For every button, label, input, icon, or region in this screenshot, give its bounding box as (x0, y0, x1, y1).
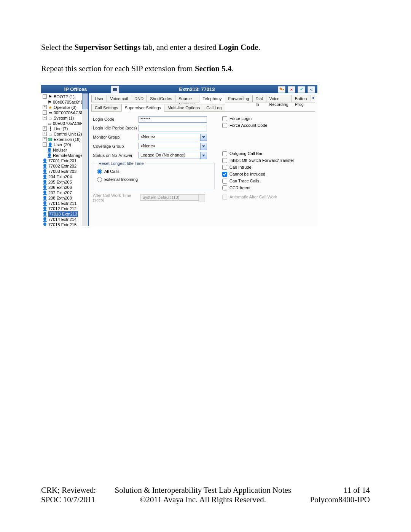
tree-extension[interactable]: Extension (18) (54, 137, 81, 142)
tab-voicemail[interactable]: Voicemail (107, 95, 131, 102)
user-item-icon: 👤 (43, 185, 47, 190)
user-item-icon: 👤 (43, 174, 47, 179)
tree-user-item[interactable]: 77011 Extn211 (48, 201, 76, 206)
chk-can-intrude[interactable]: Can Intrude (222, 165, 314, 170)
bootp-icon: ⚑ (48, 94, 53, 99)
tree-nouser[interactable]: NoUser (53, 147, 67, 153)
tree-operator[interactable]: Operator (3) (54, 105, 76, 110)
idle-label: Login Idle Period (secs) (93, 126, 139, 130)
tree-user-item[interactable]: 77012 Extn212 (48, 206, 76, 211)
tree-user-item[interactable]: 77002 Extn202 (48, 163, 76, 169)
chk-inhibit[interactable]: Inhibit Off-Switch Forward/Transfer (222, 158, 314, 163)
footer-title: Solution & Interoperability Test Lab App… (96, 486, 310, 495)
tree-user-item[interactable]: 205 Extn205 (48, 179, 72, 185)
panel-title-ip-offices: IP Offices (41, 86, 111, 93)
detail-panel: User Voicemail DND ShortCodes Source Num… (89, 86, 317, 226)
tab-source-numbers[interactable]: Source Numbers (175, 95, 199, 102)
system-child-icon: ▭ (47, 121, 52, 126)
svg-rect-1 (113, 89, 117, 90)
tab-forwarding[interactable]: Forwarding (225, 95, 253, 102)
monitor-label: Monitor Group (93, 135, 139, 139)
tab-dnd[interactable]: DND (131, 95, 147, 102)
tree-system[interactable]: System (1) (54, 115, 74, 121)
tree-user-item[interactable]: 77015 Extn215 (48, 222, 76, 226)
tree-user[interactable]: User (20) (54, 142, 71, 147)
after-call-label: After Call Work Time (secs) (93, 193, 140, 202)
sip-user-icon: 👤 (43, 212, 47, 216)
monitor-select[interactable] (139, 134, 207, 141)
subtab-multiline[interactable]: Multi-line Options (164, 104, 203, 111)
user-item-icon: 👤 (43, 169, 47, 174)
delete-button[interactable]: × (288, 86, 295, 93)
main-tabs: User Voicemail DND ShortCodes Source Num… (91, 95, 315, 102)
tree-bootp[interactable]: BOOTP (1) (54, 94, 75, 99)
radio-external[interactable]: External Incoming (97, 177, 210, 182)
svg-rect-2 (113, 90, 117, 91)
chk-outgoing-bar[interactable]: Outgoing Call Bar (222, 151, 314, 156)
tab-dial-in[interactable]: Dial In (252, 95, 266, 102)
user-item-icon: 👤 (43, 190, 47, 195)
status-select[interactable] (139, 152, 207, 159)
control-icon: ▭ (48, 132, 53, 136)
subtab-supervisor-settings[interactable]: Supervisor Settings (121, 104, 164, 112)
radio-all-calls[interactable]: All Calls (97, 169, 210, 174)
tab-button-prog[interactable]: Button Prog (292, 95, 310, 102)
tree-user-item[interactable]: 77014 Extn214 (48, 217, 76, 222)
login-code-input[interactable] (139, 116, 207, 123)
footer-date: SPOC 10/7/2011 (41, 495, 96, 505)
subtab-call-log[interactable]: Call Log (203, 104, 225, 111)
ok-button[interactable]: ✓ (298, 86, 305, 93)
tree-system-child[interactable]: 00E00705AC6F (53, 121, 83, 126)
unit-icon: ▭ (48, 110, 53, 115)
dropdown-icon[interactable] (200, 134, 207, 141)
coverage-label: Coverage Group (93, 144, 139, 149)
tree-user-item[interactable]: 77001 Extn201 (48, 158, 76, 163)
new-button[interactable]: ✎▾ (278, 86, 285, 93)
chk-trace[interactable]: Can Trace Calls (222, 179, 314, 184)
chk-ccr[interactable]: CCR Agent (222, 185, 314, 190)
tab-scroll-left[interactable]: ◄ (311, 95, 315, 101)
spinner-icon (198, 194, 205, 201)
config-tree[interactable]: −⚑BOOTP (1) ⚑00e00705ac6f 10.64.44.21 +★… (41, 86, 89, 226)
tree-mac[interactable]: 00E00705AC6F (54, 110, 83, 115)
coverage-select[interactable] (139, 143, 207, 150)
tree-control[interactable]: Control Unit (2) (54, 131, 82, 137)
user-item-icon: 👤 (43, 164, 47, 168)
detail-icon (111, 86, 119, 93)
login-code-label: Login Code (93, 117, 139, 121)
extension-icon: ☎ (48, 137, 53, 142)
idle-input[interactable] (139, 125, 207, 131)
tree-user-item[interactable]: 206 Extn206 (48, 185, 72, 190)
tab-telephony[interactable]: Telephony (199, 95, 225, 102)
back-button[interactable]: < (307, 86, 315, 93)
reset-idle-legend: Reset Longest Idle Time (97, 161, 145, 166)
chk-force-account[interactable]: Force Account Code (222, 123, 314, 128)
tree-user-item[interactable]: 204 Extn204 (48, 174, 72, 179)
operator-icon: ★ (48, 105, 53, 110)
tree-scrollbar[interactable] (82, 93, 88, 226)
dropdown-icon[interactable] (200, 143, 207, 150)
chk-cannot-intruded[interactable]: Cannot be Intruded (222, 172, 314, 177)
tab-shortcodes[interactable]: ShortCodes (147, 95, 175, 102)
svg-rect-0 (113, 88, 117, 89)
tree-user-item-selected[interactable]: 77013 Extn213 (48, 211, 78, 217)
reset-idle-fieldset: Reset Longest Idle Time All Calls Extern… (93, 161, 215, 189)
tree-remote[interactable]: RemoteManager (53, 153, 84, 158)
tree-user-item[interactable]: 207 Extn207 (48, 190, 72, 195)
instruction-2: Repeat this section for each SIP extensi… (41, 63, 370, 74)
chk-auto-after-call: Automatic After Call Work (222, 195, 314, 200)
subtab-call-settings[interactable]: Call Settings (91, 104, 122, 111)
footer-page: 11 of 14 (310, 486, 370, 495)
tree-line[interactable]: Line (7) (54, 126, 68, 131)
detail-title: Extn213: 77013 (119, 86, 275, 93)
sip-user-icon: 👤 (43, 222, 47, 226)
user-item-icon: 👤 (47, 148, 52, 152)
tab-user[interactable]: User (91, 95, 107, 102)
tree-user-item[interactable]: 77003 Extn203 (48, 169, 76, 174)
tab-voice-recording[interactable]: Voice Recording (266, 95, 292, 102)
after-call-input (140, 194, 198, 201)
chk-force-login[interactable]: Force Login (222, 116, 314, 121)
dropdown-icon[interactable] (200, 152, 207, 159)
footer-doc-id: Polycom8400-IPO (310, 495, 370, 505)
tree-user-item[interactable]: 208 Extn208 (48, 195, 72, 201)
